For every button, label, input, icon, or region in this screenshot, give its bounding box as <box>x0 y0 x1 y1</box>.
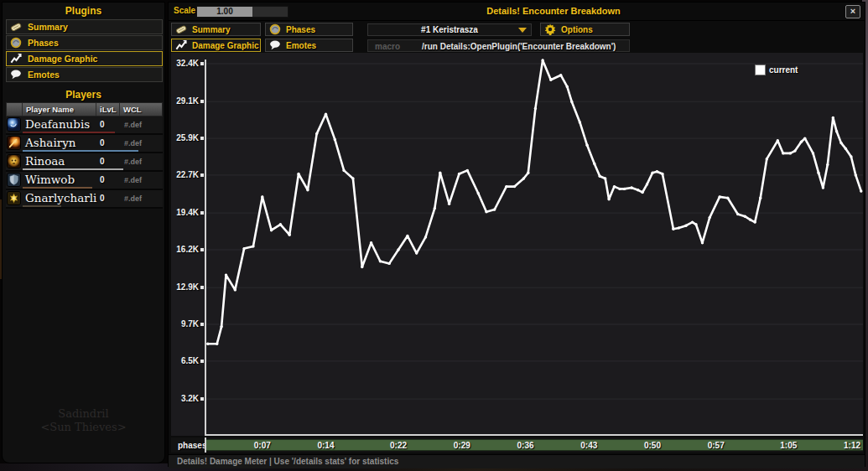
y-tick-label: 12.9K <box>171 282 199 292</box>
damage-graph: 32.4K29.1K25.9K22.7K19.4K16.2K12.9K9.7K6… <box>171 53 863 436</box>
close-icon: × <box>850 6 855 16</box>
encounter-dropdown[interactable]: #1 Keristrasza <box>367 23 532 36</box>
x-tick-label: 0:43 <box>572 441 606 450</box>
x-tick-label: 0:22 <box>382 441 415 450</box>
close-button[interactable]: × <box>845 5 860 18</box>
tab-summary[interactable]: Summary <box>171 23 261 36</box>
player-wcl-parse: #.def <box>124 176 142 184</box>
class-color-bar <box>23 132 115 133</box>
player-name: Gnarlycharli <box>25 191 96 204</box>
class-color-bar <box>23 187 92 189</box>
plugins-header: Plugins <box>3 5 164 17</box>
orb-icon <box>10 37 22 49</box>
plot-area <box>206 53 863 434</box>
y-tick-label: 9.7K <box>171 319 199 329</box>
y-tick-mark <box>200 100 204 103</box>
y-tick-label: 29.1K <box>171 96 199 106</box>
x-tick-label: 0:57 <box>699 441 733 450</box>
starburst-class-icon <box>7 191 21 205</box>
sidebar-item-label: Summary <box>28 22 68 32</box>
player-row-wimwob[interactable]: Wimwob0#.def <box>6 172 163 190</box>
fel-skull-class-icon <box>7 154 21 168</box>
tab-label: Damage Graphic <box>192 41 258 50</box>
tab-label: Phases <box>286 25 315 34</box>
x-tick-label: 1:05 <box>772 441 805 450</box>
column-wcl-parse[interactable]: WCL Parse <box>120 103 162 116</box>
sidebar-item-phases[interactable]: Phases <box>6 35 163 50</box>
player-ilvl: 0 <box>100 138 122 148</box>
player-ilvl: 0 <box>100 194 122 203</box>
scale-slider[interactable]: 1.00 <box>196 6 288 18</box>
players-table: Player Name iLvL WCL Parse Deafanubis0#.… <box>6 102 163 209</box>
player-ilvl: 0 <box>100 120 122 129</box>
y-tick-label: 3.2K <box>171 394 199 403</box>
x-tick-label: 0:07 <box>246 441 279 450</box>
tab-damage-graphic[interactable]: Damage Graphic <box>171 39 261 52</box>
column-ilvl[interactable]: iLvL <box>96 103 120 116</box>
player-rows: Deafanubis0#.defAshairyn0#.defRinoaa0#.d… <box>6 116 163 209</box>
speech-bubble-icon <box>10 69 22 80</box>
encounter-dropdown-value: #1 Keristrasza <box>368 24 531 35</box>
tab-label: Summary <box>192 25 231 34</box>
y-tick-label: 32.4K <box>171 59 199 68</box>
tab-label: Emotes <box>286 41 316 50</box>
macro-input[interactable]: macro /run Details:OpenPlugin('Encounter… <box>367 39 630 52</box>
graph-icon <box>10 53 22 65</box>
player-wcl-parse: #.def <box>124 121 142 129</box>
y-tick-mark <box>200 62 204 65</box>
graph-icon <box>175 39 187 51</box>
x-axis-line <box>205 434 863 436</box>
class-color-bar <box>23 168 123 170</box>
plugins-panel: Plugins SummaryPhasesDamage GraphicEmote… <box>2 2 165 463</box>
player-wcl-parse: #.def <box>124 158 142 166</box>
shield-class-icon <box>7 173 21 187</box>
y-tick-mark <box>200 211 204 215</box>
options-button[interactable]: Options <box>540 23 630 36</box>
speech-bubble-icon <box>269 39 281 51</box>
player-row-ashairyn[interactable]: Ashairyn0#.def <box>6 135 163 153</box>
player-name: Wimwob <box>25 173 75 186</box>
x-tick-label: 0:29 <box>445 441 479 450</box>
background-nameplate-guild: <Sun Thieves> <box>3 421 164 433</box>
player-wcl-parse: #.def <box>124 194 142 203</box>
y-tick-mark <box>200 323 204 326</box>
players-header: Players <box>3 89 164 101</box>
player-name: Ashairyn <box>25 136 76 149</box>
legend-label: current <box>769 65 798 75</box>
sidebar-item-label: Damage Graphic <box>28 54 97 64</box>
y-tick-mark <box>200 397 204 401</box>
legend-swatch <box>755 65 766 75</box>
sidebar-item-damage-graphic[interactable]: Damage Graphic <box>6 51 163 66</box>
y-tick-label: 6.5K <box>171 356 199 365</box>
y-tick-label: 16.2K <box>171 245 199 254</box>
y-tick-mark <box>200 360 204 363</box>
player-row-deafanubis[interactable]: Deafanubis0#.def <box>6 116 163 135</box>
sidebar-item-emotes[interactable]: Emotes <box>6 67 163 82</box>
screen: Plugins SummaryPhasesDamage GraphicEmote… <box>0 0 868 471</box>
player-ilvl: 0 <box>100 175 122 184</box>
y-tick-label: 19.4K <box>171 208 199 217</box>
players-table-header: Player Name iLvL WCL Parse <box>6 102 163 116</box>
y-tick-mark <box>200 248 204 251</box>
options-label: Options <box>561 25 593 34</box>
frost-orb-class-icon <box>7 117 21 132</box>
column-player-name[interactable]: Player Name <box>23 103 96 116</box>
window-title: Details! Encounter Breakdown <box>486 6 621 16</box>
player-name: Deafanubis <box>25 117 90 131</box>
tab-emotes[interactable]: Emotes <box>265 39 353 52</box>
gear-icon <box>544 23 556 35</box>
flame-class-icon <box>7 136 21 150</box>
sidebar-item-summary[interactable]: Summary <box>6 19 163 34</box>
scroll-icon <box>175 23 187 35</box>
player-row-gnarlycharli[interactable]: Gnarlycharli0#.def <box>6 190 163 209</box>
tab-phases[interactable]: Phases <box>265 23 353 36</box>
column-icon <box>7 103 23 116</box>
scale-label: Scale: <box>174 6 198 15</box>
chart-legend: current <box>755 65 798 75</box>
sidebar-item-label: Phases <box>28 38 59 48</box>
macro-field-label: macro <box>375 42 400 51</box>
x-tick-label: 0:50 <box>636 441 669 450</box>
phases-row: phases: 0:070:140:220:290:360:430:500:57… <box>171 437 863 453</box>
player-row-rinoaa[interactable]: Rinoaa0#.def <box>6 153 163 172</box>
chevron-down-icon <box>518 28 527 33</box>
